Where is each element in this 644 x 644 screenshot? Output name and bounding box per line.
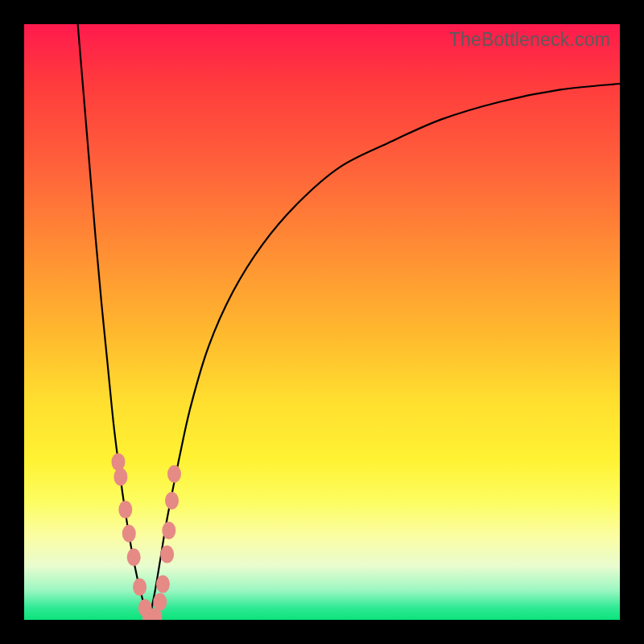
scatter-dot [111,453,125,471]
scatter-dot [167,465,181,483]
scatter-dots-group [111,453,181,620]
scatter-dot [127,548,141,566]
scatter-dot [160,546,174,564]
curve-right-branch [149,84,620,620]
scatter-dot [133,578,147,596]
scatter-dot [114,468,127,485]
scatter-dot [118,501,132,518]
chart-svg [24,24,620,620]
scatter-dot [162,522,175,539]
chart-frame: TheBottleneck.com [0,0,644,644]
scatter-dot [122,525,136,543]
curve-left-branch [78,24,150,620]
scatter-dot [156,576,170,593]
scatter-dot [165,492,179,510]
chart-plot-area: TheBottleneck.com [24,24,620,620]
scatter-dot [153,593,167,611]
